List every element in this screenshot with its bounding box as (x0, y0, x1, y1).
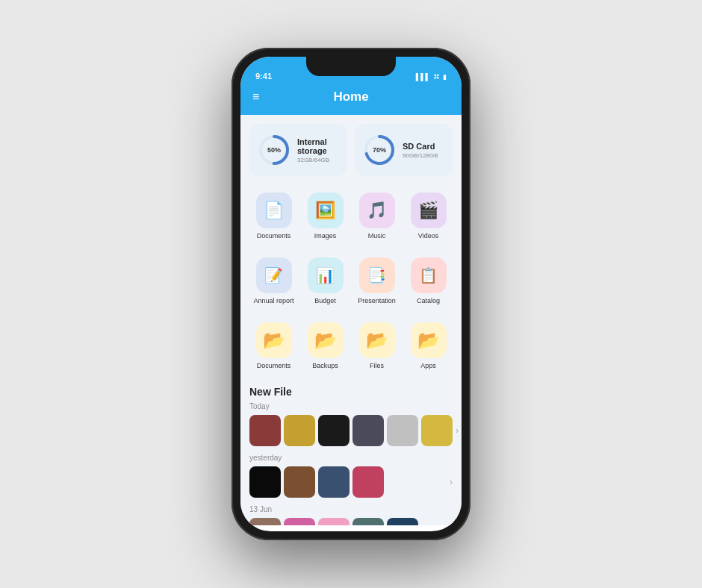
presentation-icon: 📑 (359, 257, 395, 293)
budget-label: Budget (314, 297, 336, 304)
files-folder-label: Files (370, 362, 384, 369)
status-icons: ▌▌▌ ⌘ ▮ (416, 73, 447, 81)
photo-thumb-jun-photos-4[interactable] (387, 518, 418, 525)
folder-backups-folder[interactable]: 📂 Backups (301, 316, 350, 375)
jun-photo-row: › (249, 518, 453, 525)
sdcard-storage-name: SD Card (403, 142, 438, 151)
music-icon: 🎵 (359, 193, 395, 228)
apps-folder-icon: 📂 (411, 322, 447, 358)
photo-thumb-jun-photos-1[interactable] (284, 518, 315, 525)
status-time: 9:41 (255, 72, 272, 81)
yesterday-photo-row: › (249, 466, 453, 498)
file-annual-report[interactable]: 📝 Annual report (249, 253, 298, 309)
backups-folder-label: Backups (312, 362, 338, 369)
presentation-label: Presentation (358, 297, 396, 304)
images-icon: 🖼️ (308, 193, 344, 228)
folder-apps-folder[interactable]: 📂 Apps (404, 316, 453, 375)
budget-icon: 📊 (308, 257, 344, 293)
today-label: Today (249, 402, 453, 410)
folder-docs-folder[interactable]: 📂 Documents (249, 316, 298, 375)
photo-thumb-today-photos-2[interactable] (318, 415, 350, 446)
category-music[interactable]: 🎵 Music (352, 187, 401, 245)
internal-storage-size: 32GB/64GB (297, 157, 340, 163)
photo-thumb-jun-photos-3[interactable] (352, 518, 384, 525)
phone-screen: 9:41 ▌▌▌ ⌘ ▮ ≡ Home (240, 57, 462, 531)
header-title: Home (333, 90, 368, 104)
file-catalog[interactable]: 📋 Catalog (404, 253, 453, 309)
storage-row: 50% Internal storage 32GB/64GB 70% (249, 124, 453, 176)
category-videos[interactable]: 🎬 Videos (404, 187, 453, 245)
yesterday-photos-arrow[interactable]: › (450, 477, 453, 487)
categories-grid: 📄 Documents 🖼️ Images 🎵 Music 🎬 Videos (249, 187, 453, 245)
photo-thumb-yesterday-photos-2[interactable] (318, 466, 350, 498)
phone-frame: 9:41 ▌▌▌ ⌘ ▮ ≡ Home (232, 48, 470, 540)
wifi-icon: ⌘ (433, 73, 440, 81)
internal-percent-label: 50% (267, 146, 281, 154)
file-presentation[interactable]: 📑 Presentation (352, 253, 401, 309)
docs-folder-label: Documents (257, 362, 291, 369)
catalog-icon: 📋 (411, 257, 447, 293)
files-grid: 📝 Annual report 📊 Budget 📑 Presentation … (249, 253, 453, 309)
internal-storage-progress: 50% (257, 133, 291, 167)
files-folder-icon: 📂 (359, 322, 395, 358)
photo-thumb-yesterday-photos-0[interactable] (249, 466, 281, 498)
jun-label: 13 Jun (249, 505, 453, 513)
photo-thumb-today-photos-5[interactable] (421, 415, 453, 446)
videos-label: Videos (418, 232, 438, 240)
sdcard-storage-card[interactable]: 70% SD Card 90GB/128GB (355, 124, 453, 176)
annual-report-icon: 📝 (256, 257, 292, 293)
internal-storage-name: Internal storage (297, 137, 340, 155)
app-header: ≡ Home (240, 84, 462, 115)
photo-thumb-today-photos-4[interactable] (387, 415, 418, 446)
sdcard-storage-info: SD Card 90GB/128GB (403, 142, 438, 159)
documents-icon: 📄 (256, 193, 292, 228)
photo-thumb-yesterday-photos-1[interactable] (284, 466, 315, 498)
category-images[interactable]: 🖼️ Images (301, 187, 350, 245)
file-budget[interactable]: 📊 Budget (301, 253, 350, 309)
menu-icon[interactable]: ≡ (252, 90, 259, 104)
sdcard-percent-label: 70% (373, 146, 386, 154)
new-file-title: New File (249, 386, 453, 398)
folders-grid: 📂 Documents 📂 Backups 📂 Files 📂 Apps (249, 316, 453, 375)
catalog-label: Catalog (417, 297, 440, 304)
today-photo-row: › (249, 415, 453, 446)
battery-icon: ▮ (443, 73, 447, 81)
photo-thumb-jun-photos-0[interactable] (249, 518, 281, 525)
photo-thumb-jun-photos-2[interactable] (318, 518, 350, 525)
notch (306, 57, 396, 76)
yesterday-label: yesterday (249, 454, 453, 462)
new-file-section: New File Today › yesterday › 13 Jun › (249, 386, 453, 525)
signal-icon: ▌▌▌ (416, 73, 430, 81)
docs-folder-icon: 📂 (256, 322, 292, 358)
photo-thumb-yesterday-photos-3[interactable] (352, 466, 384, 498)
content-area: 50% Internal storage 32GB/64GB 70% (240, 115, 462, 525)
images-label: Images (314, 232, 337, 240)
videos-icon: 🎬 (411, 193, 447, 228)
apps-folder-label: Apps (420, 362, 436, 369)
category-documents[interactable]: 📄 Documents (249, 187, 298, 245)
music-label: Music (368, 232, 386, 240)
internal-storage-card[interactable]: 50% Internal storage 32GB/64GB (249, 124, 347, 176)
photo-thumb-today-photos-3[interactable] (352, 415, 384, 446)
folder-files-folder[interactable]: 📂 Files (352, 316, 401, 375)
today-photos-arrow[interactable]: › (456, 425, 459, 436)
annual-report-label: Annual report (253, 297, 293, 304)
internal-storage-info: Internal storage 32GB/64GB (297, 137, 340, 163)
photo-thumb-today-photos-1[interactable] (284, 415, 315, 446)
sdcard-storage-progress: 70% (362, 133, 397, 167)
photo-thumb-today-photos-0[interactable] (249, 415, 281, 446)
sdcard-storage-size: 90GB/128GB (403, 152, 438, 159)
documents-label: Documents (257, 232, 291, 240)
backups-folder-icon: 📂 (308, 322, 344, 358)
